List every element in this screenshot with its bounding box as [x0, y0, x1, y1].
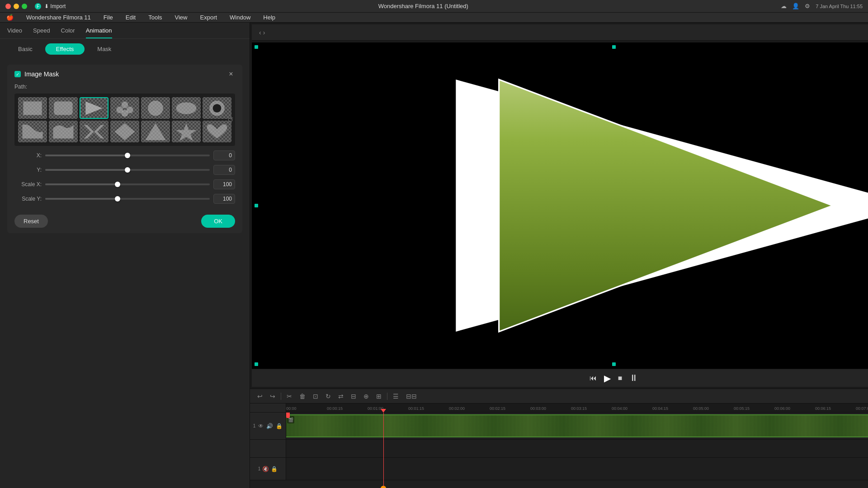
playback-controls: ‹ › 00:00:01:14 Full 50% ⊞ 📷 — [252, 24, 868, 41]
menu-app[interactable]: Wondershare Filmora 11 — [24, 14, 94, 21]
track-eye-button[interactable]: 👁 — [258, 423, 264, 429]
delete-button[interactable]: 🗑 — [297, 392, 307, 401]
slider-scaley-track[interactable] — [45, 198, 210, 200]
ruler-615: 00:06:15 — [815, 406, 856, 411]
tab-speed[interactable]: Speed — [33, 27, 50, 38]
titlebar: F ⬇ Import Wondershare Filmora 11 (Untit… — [0, 0, 868, 13]
reset-button[interactable]: Reset — [14, 215, 48, 228]
stop-button[interactable]: ■ — [618, 374, 623, 382]
nav-next-button[interactable]: › — [263, 29, 265, 36]
multitrack-button[interactable]: ⊟⊟ — [404, 392, 419, 401]
menu-file[interactable]: File — [101, 14, 116, 21]
slider-scaley-value[interactable] — [213, 194, 235, 204]
mask-thumb-rectangle[interactable] — [18, 97, 47, 119]
handle-left-center[interactable] — [255, 204, 258, 207]
mask-thumb-diamond[interactable] — [110, 121, 139, 142]
play-button[interactable]: ▶ — [604, 373, 611, 384]
window-title: Wondershare Filmora 11 (Untitled) — [66, 3, 781, 9]
sub-tab-basic[interactable]: Basic — [7, 43, 43, 55]
menu-view[interactable]: View — [172, 14, 190, 21]
video-track-content: 🎬 — [286, 413, 868, 439]
sub-tab-mask[interactable]: Mask — [86, 43, 122, 55]
nav-prev-button[interactable]: ‹ — [259, 29, 261, 36]
track-lock-button[interactable]: 🔒 — [276, 423, 283, 429]
slider-x-value[interactable] — [213, 150, 235, 160]
crop-button[interactable]: ⊡ — [311, 392, 320, 401]
menu-apple[interactable]: 🍎 — [4, 14, 16, 21]
svg-point-10 — [176, 102, 197, 114]
slider-y-value[interactable] — [213, 165, 235, 175]
list-button[interactable]: ☰ — [391, 392, 401, 401]
mask-thumb-star[interactable] — [172, 121, 201, 142]
step-back-button[interactable]: ⏮ — [590, 374, 597, 382]
minimize-window-button[interactable] — [14, 4, 19, 9]
handle-top-left[interactable] — [255, 45, 258, 49]
audio-lock-button[interactable]: 🔒 — [271, 466, 278, 472]
cut-button[interactable]: ✂ — [285, 392, 294, 401]
handle-bottom-center[interactable] — [612, 362, 616, 366]
close-mask-button[interactable]: × — [227, 70, 235, 78]
titlebar-controls: ☁ 👤 ⚙ 7 Jan April Thu 11:55 — [781, 3, 863, 9]
redo-button[interactable]: ↪ — [268, 392, 277, 401]
undo-button[interactable]: ↩ — [255, 392, 264, 401]
mask-thumb-circle[interactable] — [141, 97, 170, 119]
handle-bottom-left[interactable] — [255, 362, 258, 366]
slider-x-thumb[interactable] — [125, 153, 130, 158]
mask-title-row: ✓ Image Mask — [14, 70, 59, 78]
rotate-button[interactable]: ↻ — [324, 392, 333, 401]
app-icon: F — [34, 3, 42, 10]
svg-marker-4 — [85, 102, 103, 115]
sub-tab-effects[interactable]: Effects — [45, 43, 85, 55]
split-button[interactable]: ⊞ — [374, 392, 383, 401]
left-panel: Video Speed Color Animation Basic Effect… — [0, 23, 250, 488]
video-clip-1[interactable]: 🎬 — [286, 414, 868, 437]
maximize-window-button[interactable] — [22, 4, 27, 9]
import-button[interactable]: ⬇ Import — [44, 3, 66, 9]
mask-thumb-soft-rect[interactable] — [49, 97, 78, 119]
tab-color[interactable]: Color — [61, 27, 75, 38]
menu-edit[interactable]: Edit — [123, 14, 138, 21]
handle-top-center[interactable] — [612, 45, 616, 49]
mask-thumb-wave1[interactable] — [18, 121, 47, 142]
menu-tools[interactable]: Tools — [146, 14, 165, 21]
tab-animation[interactable]: Animation — [86, 27, 112, 38]
mask-thumb-arrow[interactable] — [80, 97, 108, 119]
image-mask-checkbox[interactable]: ✓ — [14, 71, 21, 77]
slider-x-track[interactable] — [45, 155, 210, 156]
track-audio-button[interactable]: 🔊 — [266, 423, 273, 429]
pause-button[interactable]: ⏸ — [629, 373, 638, 383]
mask-thumb-x[interactable] — [80, 121, 108, 142]
settings-icon[interactable]: ⚙ — [805, 3, 810, 9]
checkmark-icon: ✓ — [16, 72, 19, 77]
flip-button[interactable]: ⇄ — [336, 392, 345, 401]
account-icon[interactable]: 👤 — [792, 3, 799, 9]
refresh-icon[interactable]: ↺ — [227, 116, 233, 124]
mask-thumb-ellipse[interactable] — [172, 97, 201, 119]
cloud-icon[interactable]: ☁ — [781, 3, 787, 9]
slider-scaley-thumb[interactable] — [115, 196, 120, 202]
slider-x-label: X: — [14, 152, 42, 159]
slider-y-thumb[interactable] — [125, 167, 130, 173]
mask-thumb-clover[interactable] — [110, 97, 139, 119]
slider-y-track[interactable] — [45, 169, 210, 171]
tab-video[interactable]: Video — [7, 27, 22, 38]
ok-button[interactable]: OK — [201, 215, 235, 228]
ruler-marks: 00:00 00:00:15 00:01:00 00:01:15 00:02:0… — [286, 404, 868, 412]
mask-thumb-wave2[interactable] — [49, 121, 78, 142]
playhead[interactable] — [383, 413, 384, 487]
svg-point-8 — [122, 110, 128, 117]
slider-scalex-track[interactable] — [45, 183, 210, 185]
ruler-300: 00:03:00 — [530, 406, 571, 411]
mask-thumb-triangle[interactable] — [141, 121, 170, 142]
menu-export[interactable]: Export — [198, 14, 220, 21]
select-button[interactable]: ⊕ — [362, 392, 371, 401]
trim-button[interactable]: ⊟ — [349, 392, 358, 401]
slider-scalex-value[interactable] — [213, 179, 235, 189]
menu-window[interactable]: Window — [227, 14, 253, 21]
menu-help[interactable]: Help — [260, 14, 278, 21]
mask-thumbnails-grid — [18, 97, 231, 142]
slider-scalex-thumb[interactable] — [115, 182, 120, 187]
audio-mute-button[interactable]: 🔇 — [262, 466, 269, 472]
slider-scaley-label: Scale Y: — [14, 196, 42, 202]
close-window-button[interactable] — [5, 4, 11, 9]
